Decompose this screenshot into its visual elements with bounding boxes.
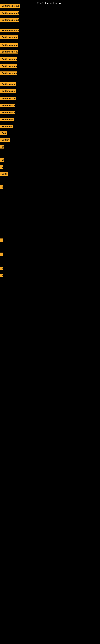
bottleneck-result-16[interactable]: Bottleneck result [0,118,14,121]
bottleneck-result-15[interactable]: Bottleneck result [0,111,15,114]
bottleneck-result-5[interactable]: Bottleneck result [0,36,18,39]
bottleneck-result-22[interactable]: B [0,165,3,169]
bottleneck-result-13[interactable]: Bottleneck result [0,96,16,100]
bottleneck-result-21[interactable]: Bo [0,158,4,162]
bottleneck-result-28[interactable]: B [0,274,3,277]
bottleneck-result-18[interactable]: Bott [0,132,7,135]
bottleneck-result-10[interactable]: Bottleneck result [0,72,17,75]
bottleneck-result-17[interactable]: Bottlenec [0,125,13,128]
bottleneck-result-12[interactable]: Bottleneck result [0,89,16,93]
bottleneck-result-26[interactable]: | [0,252,3,256]
bottleneck-result-20[interactable]: Bo [0,145,4,148]
bottleneck-result-25[interactable]: | [0,238,3,242]
bottleneck-result-14[interactable]: Bottleneck result [0,104,15,107]
bottleneck-result-11[interactable]: Bottleneck result [0,82,16,86]
bottleneck-result-3[interactable]: Bottleneck result [0,18,19,22]
bottleneck-result-9[interactable]: Bottleneck result [0,64,17,68]
bottleneck-result-7[interactable]: Bottleneck result [0,50,18,54]
bottleneck-result-1[interactable]: Bottleneck result [0,4,20,8]
bottleneck-result-8[interactable]: Bottleneck result [0,57,17,61]
bottleneck-result-4[interactable]: Bottleneck result [0,29,19,32]
bottleneck-result-19[interactable]: Bottlen [0,138,10,142]
bottleneck-result-6[interactable]: Bottleneck result [0,43,18,47]
bottleneck-result-23[interactable]: Bottl [0,172,8,176]
bottleneck-result-2[interactable]: Bottleneck result [0,11,19,15]
bottleneck-result-27[interactable]: B [0,267,3,270]
bottleneck-result-24[interactable]: B [0,185,3,189]
